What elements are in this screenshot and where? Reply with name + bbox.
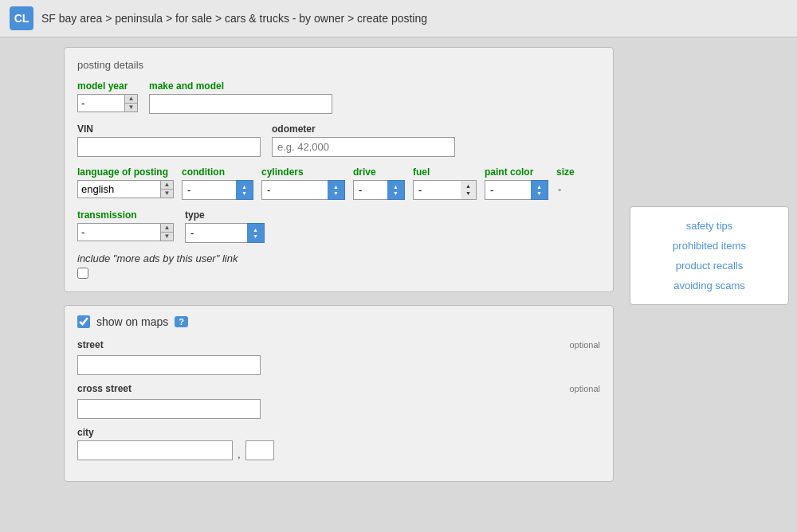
cross-street-input[interactable] bbox=[77, 399, 261, 419]
main-content: posting details model year - ▲ ▼ bbox=[0, 37, 797, 491]
model-year-select[interactable]: - bbox=[77, 94, 125, 112]
maps-section: show on maps ? street optional cross str… bbox=[64, 305, 614, 482]
more-ads-row: include "more ads by this user" link bbox=[77, 252, 600, 279]
street-label: street bbox=[77, 339, 104, 350]
transmission-up[interactable]: ▲ bbox=[161, 224, 173, 233]
row-details: language of posting english spanish chin… bbox=[77, 166, 600, 200]
condition-spinner[interactable]: ▲ ▼ bbox=[236, 180, 253, 200]
more-ads-checkbox[interactable] bbox=[77, 268, 88, 279]
odometer-input[interactable] bbox=[272, 137, 455, 157]
transmission-arrows[interactable]: ▲ ▼ bbox=[161, 223, 174, 241]
model-year-spinbox[interactable]: - ▲ ▼ bbox=[77, 94, 138, 112]
language-spinbox[interactable]: english spanish chinese ▲ ▼ bbox=[77, 180, 174, 198]
help-badge[interactable]: ? bbox=[175, 316, 188, 327]
street-optional: optional bbox=[569, 340, 600, 350]
language-select[interactable]: english spanish chinese bbox=[77, 180, 161, 198]
more-ads-label: include "more ads by this user" link bbox=[77, 252, 600, 264]
field-condition: condition - new like new excellent good … bbox=[182, 166, 253, 200]
fuel-spinner[interactable]: ▲ ▼ bbox=[461, 180, 477, 200]
field-language: language of posting english spanish chin… bbox=[77, 166, 174, 198]
links-box: safety tips prohibited items product rec… bbox=[630, 206, 789, 305]
street-header: street optional bbox=[77, 339, 600, 353]
state-input[interactable] bbox=[245, 440, 274, 460]
type-label: type bbox=[185, 209, 265, 221]
size-label: size bbox=[556, 166, 575, 178]
drive-spinner[interactable]: ▲ ▼ bbox=[387, 180, 405, 200]
posting-details-box: posting details model year - ▲ ▼ bbox=[64, 47, 614, 292]
model-year-arrows[interactable]: ▲ ▼ bbox=[125, 94, 138, 112]
language-arrows[interactable]: ▲ ▼ bbox=[161, 180, 174, 198]
city-label: city bbox=[77, 427, 600, 438]
posting-details-title: posting details bbox=[77, 59, 600, 71]
safety-tips-link[interactable]: safety tips bbox=[686, 220, 733, 232]
condition-label: condition bbox=[182, 166, 253, 178]
comma-separator: , bbox=[238, 448, 241, 460]
breadcrumb: SF bay area > peninsula > for sale > car… bbox=[41, 12, 427, 25]
paint-color-label: paint color bbox=[485, 166, 548, 178]
field-vin: VIN bbox=[77, 123, 261, 157]
paint-color-spinner[interactable]: ▲ ▼ bbox=[531, 180, 548, 200]
fuel-select-wrap[interactable]: - gas diesel hybrid electric other ▲ ▼ bbox=[413, 180, 477, 200]
field-cylinders: cylinders - 3 cylinders 4 cylinders 6 cy… bbox=[261, 166, 345, 200]
cl-logo: CL bbox=[10, 6, 33, 30]
show-on-maps-checkbox[interactable] bbox=[77, 315, 90, 328]
type-select-wrap[interactable]: - bus convertible coupe hatchback sedan … bbox=[185, 223, 265, 243]
model-year-label: model year bbox=[77, 80, 138, 92]
city-row: , bbox=[77, 440, 600, 460]
condition-select-wrap[interactable]: - new like new excellent good fair salva… bbox=[182, 180, 253, 200]
vin-input[interactable] bbox=[77, 137, 261, 157]
drive-select-wrap[interactable]: - fwd rwd 4wd ▲ ▼ bbox=[353, 180, 405, 200]
field-size: size - bbox=[556, 166, 575, 198]
avoiding-scams-link[interactable]: avoiding scams bbox=[673, 280, 745, 291]
field-make-model: make and model bbox=[149, 80, 332, 114]
row-vin: VIN odometer bbox=[77, 123, 600, 157]
header: CL SF bay area > peninsula > for sale > … bbox=[0, 0, 797, 37]
street-input[interactable] bbox=[77, 355, 261, 375]
row-transmission: transmission - manual automatic other ▲ … bbox=[77, 209, 600, 243]
make-model-label: make and model bbox=[149, 80, 332, 92]
prohibited-items-link[interactable]: prohibited items bbox=[673, 240, 746, 252]
make-model-input[interactable] bbox=[149, 94, 332, 114]
paint-color-select-wrap[interactable]: - black blue red white ▲ ▼ bbox=[485, 180, 548, 200]
city-field: city , bbox=[77, 427, 600, 460]
transmission-down[interactable]: ▼ bbox=[161, 233, 173, 241]
field-paint-color: paint color - black blue red white ▲ ▼ bbox=[485, 166, 548, 200]
transmission-spinbox[interactable]: - manual automatic other ▲ ▼ bbox=[77, 223, 174, 241]
language-down[interactable]: ▼ bbox=[161, 190, 173, 198]
street-field: street optional bbox=[77, 339, 600, 375]
language-label: language of posting bbox=[77, 166, 174, 178]
odometer-label: odometer bbox=[272, 123, 455, 135]
transmission-label: transmission bbox=[77, 209, 174, 221]
drive-label: drive bbox=[353, 166, 405, 178]
right-column: safety tips prohibited items product rec… bbox=[630, 206, 789, 482]
field-transmission: transmission - manual automatic other ▲ … bbox=[77, 209, 174, 241]
cylinders-select-wrap[interactable]: - 3 cylinders 4 cylinders 6 cylinders 8 … bbox=[261, 180, 345, 200]
cross-street-field: cross street optional bbox=[77, 383, 600, 419]
product-recalls-link[interactable]: product recalls bbox=[676, 260, 744, 272]
size-value: - bbox=[556, 180, 575, 198]
city-input[interactable] bbox=[77, 440, 233, 460]
cylinders-label: cylinders bbox=[261, 166, 345, 178]
cylinders-spinner[interactable]: ▲ ▼ bbox=[328, 180, 345, 200]
cross-street-header: cross street optional bbox=[77, 383, 600, 397]
vin-label: VIN bbox=[77, 123, 261, 135]
cross-street-label: cross street bbox=[77, 383, 132, 394]
field-model-year: model year - ▲ ▼ bbox=[77, 80, 138, 112]
fuel-label: fuel bbox=[413, 166, 477, 178]
field-odometer: odometer bbox=[272, 123, 455, 157]
left-column: posting details model year - ▲ ▼ bbox=[64, 47, 614, 482]
field-type: type - bus convertible coupe hatchback s… bbox=[185, 209, 265, 243]
row-model: model year - ▲ ▼ make and model bbox=[77, 80, 600, 114]
transmission-select[interactable]: - manual automatic other bbox=[77, 223, 161, 241]
cross-street-optional: optional bbox=[569, 384, 600, 393]
maps-header: show on maps ? bbox=[77, 315, 600, 328]
model-year-up[interactable]: ▲ bbox=[125, 95, 137, 104]
type-spinner[interactable]: ▲ ▼ bbox=[247, 223, 265, 243]
field-fuel: fuel - gas diesel hybrid electric other … bbox=[413, 166, 477, 200]
show-on-maps-label: show on maps bbox=[96, 315, 168, 328]
model-year-down[interactable]: ▼ bbox=[125, 104, 137, 111]
field-drive: drive - fwd rwd 4wd ▲ ▼ bbox=[353, 166, 405, 200]
language-up[interactable]: ▲ bbox=[161, 181, 173, 190]
